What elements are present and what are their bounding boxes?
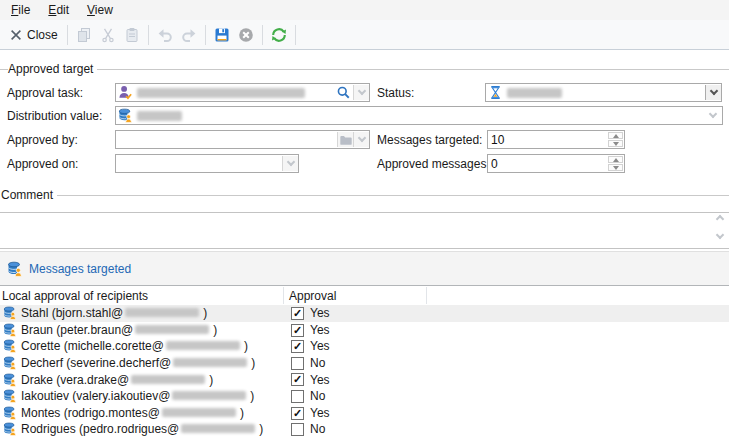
toolbar-separator [67, 25, 68, 45]
save-icon [214, 27, 230, 43]
spinner-up-button[interactable] [608, 132, 623, 139]
table-row[interactable]: Iakoutiev (valery.iakoutiev@) No [0, 388, 729, 405]
toolbar-separator [205, 25, 206, 45]
approval-value: Yes [310, 406, 330, 420]
recipient-label: Braun (peter.braun@) [21, 323, 217, 337]
distribution-value-field[interactable] [115, 106, 723, 125]
approval-checkbox[interactable]: ✓ [291, 373, 304, 386]
approval-value: No [310, 422, 325, 436]
checkmark-icon: ✓ [293, 341, 302, 352]
table-row[interactable]: Decherf (severine.decherf@) No [0, 355, 729, 372]
menu-edit[interactable]: Edit [39, 1, 78, 19]
paste-icon [124, 27, 140, 43]
hourglass-icon [488, 85, 503, 100]
copy-button[interactable] [72, 23, 96, 47]
approved-by-label: Approved by: [7, 133, 78, 147]
spinner-up-button[interactable] [608, 156, 623, 163]
cut-button[interactable] [96, 23, 120, 47]
menu-file[interactable]: File [2, 1, 39, 19]
checkmark-icon: ✓ [293, 408, 302, 419]
column-separator[interactable] [283, 287, 284, 304]
approval-checkbox[interactable]: ✓ [291, 407, 304, 420]
chevron-down-icon [709, 87, 717, 95]
search-button[interactable] [334, 85, 352, 100]
triangle-up-icon [613, 134, 619, 138]
recipient-icon [3, 323, 17, 337]
messages-targeted-link[interactable]: Messages targeted [29, 262, 131, 276]
redo-button[interactable] [177, 23, 201, 47]
toolbar-separator [262, 25, 263, 45]
spinner-buttons [608, 132, 623, 147]
status-label: Status: [377, 86, 414, 100]
distribution-dropdown-button[interactable] [704, 108, 722, 123]
column-header-recipients[interactable]: Local approval of recipients [2, 289, 148, 303]
approval-task-dropdown-button[interactable] [353, 85, 369, 100]
status-field[interactable] [485, 83, 722, 102]
approved-by-dropdown-button[interactable] [353, 132, 369, 147]
approval-value: Yes [310, 373, 330, 387]
spinner-down-button[interactable] [608, 140, 623, 147]
application-window: File Edit View Close Approved target App… [0, 0, 729, 438]
save-button[interactable] [210, 23, 234, 47]
approval-checkbox[interactable] [291, 357, 304, 370]
approval-checkbox[interactable]: ✓ [291, 324, 304, 337]
approval-checkbox[interactable] [291, 423, 304, 436]
redacted-email-domain [181, 424, 255, 433]
browse-folder-button[interactable] [337, 132, 353, 147]
approval-checkbox[interactable]: ✓ [291, 340, 304, 353]
comment-title: Comment [0, 188, 57, 202]
messages-targeted-bar[interactable]: Messages targeted [0, 251, 729, 286]
redacted-email-domain [162, 408, 236, 417]
table-row[interactable]: Corette (michelle.corette@) ✓ Yes [0, 338, 729, 355]
approval-value: Yes [310, 306, 330, 320]
recipient-icon [3, 356, 17, 370]
comment-input[interactable] [0, 213, 700, 246]
comment-box [0, 212, 729, 249]
table-header: Local approval of recipients Approval [0, 286, 729, 305]
table-row[interactable]: Rodrigues (pedro.rodrigues@) No [0, 421, 729, 438]
chevron-down-icon [357, 87, 365, 95]
column-header-approval[interactable]: Approval [289, 289, 336, 303]
spinner-buttons [608, 156, 623, 171]
approved-by-field[interactable] [115, 130, 370, 149]
recipient-label: Montes (rodrigo.montes@) [21, 406, 244, 420]
close-button-label: Close [27, 28, 58, 42]
table-row[interactable]: Stahl (bjorn.stahl@) ✓ Yes [0, 305, 729, 322]
messages-targeted-input[interactable] [491, 132, 591, 147]
table-row[interactable]: Drake (vera.drake@) ✓ Yes [0, 371, 729, 388]
approval-task-label: Approval task: [7, 86, 83, 100]
recipient-label: Drake (vera.drake@) [21, 373, 213, 387]
cancel-button[interactable] [234, 23, 258, 47]
recipient-label: Rodrigues (pedro.rodrigues@) [21, 422, 263, 436]
redacted-email-domain [173, 358, 247, 367]
undo-button[interactable] [153, 23, 177, 47]
refresh-button[interactable] [267, 23, 291, 47]
approved-on-dropdown-button[interactable] [282, 156, 298, 171]
close-button[interactable]: Close [4, 26, 63, 44]
table-row[interactable]: Montes (rodrigo.montes@) ✓ Yes [0, 405, 729, 422]
recipients-table: Stahl (bjorn.stahl@) ✓ Yes Braun (peter.… [0, 305, 729, 438]
approval-checkbox[interactable]: ✓ [291, 307, 304, 320]
chevron-down-icon [286, 158, 294, 166]
paste-button[interactable] [120, 23, 144, 47]
checkmark-icon: ✓ [293, 374, 302, 385]
column-separator[interactable] [426, 287, 427, 304]
spinner-down-button[interactable] [608, 164, 623, 171]
approved-messages-input[interactable] [491, 156, 591, 171]
cancel-icon [238, 27, 254, 43]
table-row[interactable]: Braun (peter.braun@) ✓ Yes [0, 322, 729, 339]
recipient-icon [3, 406, 17, 420]
scroll-down-icon[interactable] [716, 231, 724, 239]
approved-on-field[interactable] [115, 154, 299, 173]
menu-bar: File Edit View [0, 0, 729, 20]
redacted-email-domain [172, 391, 246, 400]
approved-messages-label: Approved messages: [377, 157, 490, 171]
messages-targeted-icon [7, 261, 23, 277]
messages-targeted-label: Messages targeted: [377, 133, 482, 147]
menu-view[interactable]: View [78, 1, 122, 19]
scroll-up-icon[interactable] [716, 215, 724, 223]
status-dropdown-button[interactable] [705, 85, 721, 100]
approval-task-field[interactable] [115, 83, 370, 102]
redacted-email-domain [125, 308, 199, 317]
approval-checkbox[interactable] [291, 390, 304, 403]
